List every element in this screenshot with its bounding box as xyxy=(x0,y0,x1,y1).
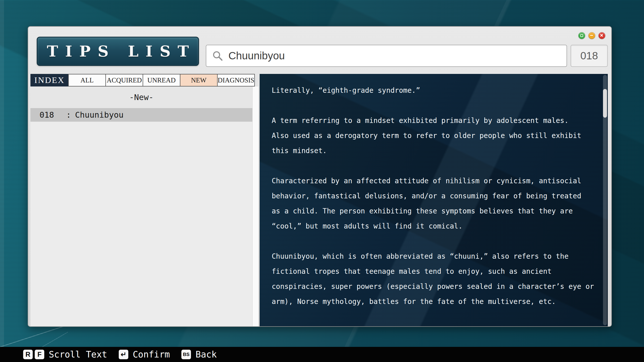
tip-number: 018 xyxy=(39,110,66,120)
index-label: INDEX xyxy=(30,74,69,86)
hint-back: BS Back xyxy=(181,349,217,359)
window-controls xyxy=(578,32,605,39)
detail-paragraph: A term referring to a mindset exhibited … xyxy=(272,113,597,158)
tip-title: Chuunibyou xyxy=(75,110,124,120)
close-icon[interactable] xyxy=(598,32,605,39)
detail-scrollbar[interactable] xyxy=(603,75,607,325)
detail-paragraph: Literally, “eighth-grade syndrome.” xyxy=(272,83,597,98)
background-edge-highlight xyxy=(0,0,4,362)
minimize-icon[interactable] xyxy=(588,32,595,39)
backspace-key-icon: BS xyxy=(181,350,191,359)
detail-paragraph: Characterized by an affected attitude of… xyxy=(272,173,597,234)
tip-detail-text: Literally, “eighth-grade syndrome.” A te… xyxy=(272,83,597,324)
restore-icon[interactable] xyxy=(578,32,585,39)
search-box xyxy=(206,45,567,67)
list-group-header: -New- xyxy=(30,86,252,108)
search-icon xyxy=(212,50,223,62)
hint-label: Confirm xyxy=(133,349,170,359)
tips-list-window: TIPS LIST 018 INDEX ALL ACQUIRED UNREAD … xyxy=(28,26,612,327)
hint-confirm: ↵ Confirm xyxy=(119,349,170,359)
list-item[interactable]: 018 : Chuunibyou xyxy=(30,108,252,122)
detail-scrollbar-thumb[interactable] xyxy=(603,89,607,118)
tab-all[interactable]: ALL xyxy=(68,74,106,86)
tab-acquired[interactable]: ACQUIRED xyxy=(105,74,143,86)
hint-label: Back xyxy=(195,349,217,359)
tips-index-list: -New- 018 : Chuunibyou xyxy=(30,86,252,326)
detail-paragraph: Chuunibyou, which is often abbreviated a… xyxy=(272,249,597,309)
hint-label: Scroll Text xyxy=(49,349,107,359)
tip-separator: : xyxy=(66,110,71,120)
search-input[interactable] xyxy=(228,46,567,66)
tips-counter: 018 xyxy=(571,45,608,67)
tab-new[interactable]: NEW xyxy=(180,74,218,86)
hint-scroll-text: R F Scroll Text xyxy=(23,349,107,359)
key-f-icon: F xyxy=(35,350,44,359)
tab-bar: INDEX ALL ACQUIRED UNREAD NEW DIAGNOSIS xyxy=(30,74,255,86)
key-r-icon: R xyxy=(23,350,33,359)
key-hint-bar: R F Scroll Text ↵ Confirm BS Back xyxy=(0,347,644,362)
tab-diagnosis[interactable]: DIAGNOSIS xyxy=(217,74,255,86)
logo-text: TIPS LIST xyxy=(40,42,196,60)
enter-key-icon: ↵ xyxy=(119,350,128,359)
tip-detail-panel: Literally, “eighth-grade syndrome.” A te… xyxy=(260,74,608,326)
tab-unread[interactable]: UNREAD xyxy=(143,74,180,86)
list-scrollbar[interactable] xyxy=(252,86,258,326)
tips-list-logo: TIPS LIST xyxy=(37,37,199,66)
